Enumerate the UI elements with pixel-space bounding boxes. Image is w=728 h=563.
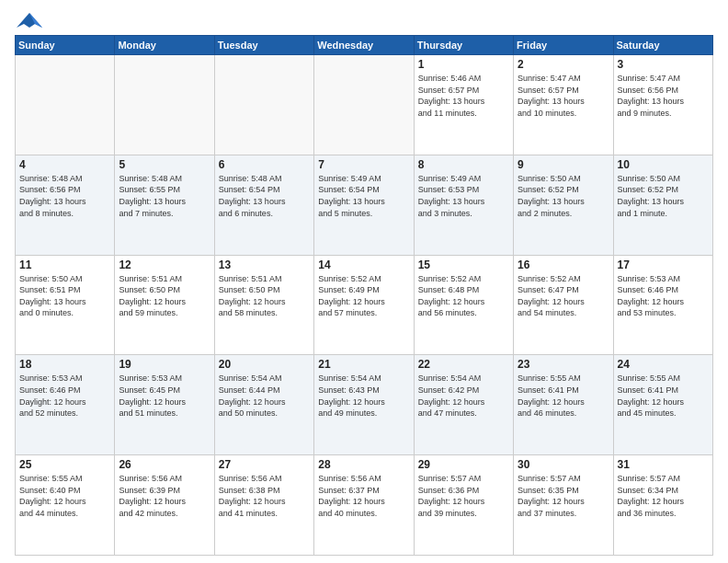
day-info: Sunrise: 5:50 AM Sunset: 6:51 PM Dayligh… [19,273,110,319]
calendar-day-cell: 26Sunrise: 5:56 AM Sunset: 6:39 PM Dayli… [115,455,214,556]
day-info: Sunrise: 5:52 AM Sunset: 6:49 PM Dayligh… [318,273,409,319]
weekday-header: Sunday [16,36,115,55]
calendar-day-cell: 18Sunrise: 5:53 AM Sunset: 6:46 PM Dayli… [16,355,115,455]
weekday-header: Friday [514,36,613,55]
calendar-week-row: 18Sunrise: 5:53 AM Sunset: 6:46 PM Dayli… [16,355,713,455]
day-number: 19 [119,358,210,371]
day-info: Sunrise: 5:48 AM Sunset: 6:56 PM Dayligh… [19,173,110,219]
day-number: 15 [418,259,509,271]
calendar-day-cell: 9Sunrise: 5:50 AM Sunset: 6:52 PM Daylig… [514,155,613,255]
day-info: Sunrise: 5:55 AM Sunset: 6:40 PM Dayligh… [19,473,110,519]
calendar-day-cell: 28Sunrise: 5:56 AM Sunset: 6:37 PM Dayli… [314,455,414,556]
day-number: 23 [518,358,609,371]
calendar-day-cell: 21Sunrise: 5:54 AM Sunset: 6:43 PM Dayli… [314,355,414,455]
day-number: 11 [19,259,110,271]
weekday-header-row: SundayMondayTuesdayWednesdayThursdayFrid… [16,36,713,55]
calendar-day-cell: 14Sunrise: 5:52 AM Sunset: 6:49 PM Dayli… [314,255,414,355]
calendar-day-cell: 24Sunrise: 5:55 AM Sunset: 6:41 PM Dayli… [613,355,712,455]
day-number: 4 [19,158,110,171]
calendar-day-cell: 11Sunrise: 5:50 AM Sunset: 6:51 PM Dayli… [16,255,115,355]
day-info: Sunrise: 5:54 AM Sunset: 6:43 PM Dayligh… [318,373,409,419]
day-number: 22 [418,358,509,371]
day-number: 30 [518,458,609,471]
day-info: Sunrise: 5:51 AM Sunset: 6:50 PM Dayligh… [119,273,210,319]
calendar-week-row: 11Sunrise: 5:50 AM Sunset: 6:51 PM Dayli… [16,255,713,355]
day-number: 16 [518,259,609,271]
calendar-day-cell: 12Sunrise: 5:51 AM Sunset: 6:50 PM Dayli… [115,255,214,355]
day-number: 29 [418,458,509,471]
page: SundayMondayTuesdayWednesdayThursdayFrid… [0,0,728,563]
header [15,11,713,29]
day-number: 13 [219,259,310,271]
day-number: 8 [418,158,509,171]
day-number: 24 [618,358,709,371]
day-info: Sunrise: 5:57 AM Sunset: 6:34 PM Dayligh… [618,473,709,519]
day-info: Sunrise: 5:55 AM Sunset: 6:41 PM Dayligh… [518,373,609,419]
day-number: 25 [19,458,110,471]
day-info: Sunrise: 5:47 AM Sunset: 6:56 PM Dayligh… [618,73,709,119]
calendar-day-cell: 10Sunrise: 5:50 AM Sunset: 6:52 PM Dayli… [613,155,712,255]
day-number: 5 [119,158,210,171]
weekday-header: Monday [115,36,214,55]
day-info: Sunrise: 5:51 AM Sunset: 6:50 PM Dayligh… [219,273,310,319]
calendar-day-cell: 5Sunrise: 5:48 AM Sunset: 6:55 PM Daylig… [115,155,214,255]
calendar-day-cell [214,55,313,155]
calendar-week-row: 4Sunrise: 5:48 AM Sunset: 6:56 PM Daylig… [16,155,713,255]
day-info: Sunrise: 5:57 AM Sunset: 6:35 PM Dayligh… [518,473,609,519]
day-number: 31 [618,458,709,471]
calendar-week-row: 25Sunrise: 5:55 AM Sunset: 6:40 PM Dayli… [16,455,713,556]
calendar-day-cell: 8Sunrise: 5:49 AM Sunset: 6:53 PM Daylig… [414,155,513,255]
day-number: 9 [518,158,609,171]
day-number: 12 [119,259,210,271]
day-number: 27 [219,458,310,471]
day-number: 2 [518,58,609,71]
weekday-header: Thursday [414,36,513,55]
day-number: 6 [219,158,310,171]
calendar-day-cell: 16Sunrise: 5:52 AM Sunset: 6:47 PM Dayli… [514,255,613,355]
weekday-header: Saturday [613,36,712,55]
day-info: Sunrise: 5:54 AM Sunset: 6:42 PM Dayligh… [418,373,509,419]
calendar-day-cell: 30Sunrise: 5:57 AM Sunset: 6:35 PM Dayli… [514,455,613,556]
day-info: Sunrise: 5:53 AM Sunset: 6:46 PM Dayligh… [618,273,709,319]
day-info: Sunrise: 5:47 AM Sunset: 6:57 PM Dayligh… [518,73,609,119]
day-info: Sunrise: 5:56 AM Sunset: 6:37 PM Dayligh… [318,473,409,519]
calendar-table: SundayMondayTuesdayWednesdayThursdayFrid… [15,35,713,556]
day-info: Sunrise: 5:52 AM Sunset: 6:48 PM Dayligh… [418,273,509,319]
day-info: Sunrise: 5:56 AM Sunset: 6:39 PM Dayligh… [119,473,210,519]
day-info: Sunrise: 5:49 AM Sunset: 6:53 PM Dayligh… [418,173,509,219]
weekday-header: Tuesday [214,36,313,55]
day-number: 7 [318,158,409,171]
day-info: Sunrise: 5:49 AM Sunset: 6:54 PM Dayligh… [318,173,409,219]
day-info: Sunrise: 5:46 AM Sunset: 6:57 PM Dayligh… [418,73,509,119]
calendar-day-cell [115,55,214,155]
calendar-day-cell [314,55,414,155]
calendar-day-cell: 22Sunrise: 5:54 AM Sunset: 6:42 PM Dayli… [414,355,513,455]
day-info: Sunrise: 5:57 AM Sunset: 6:36 PM Dayligh… [418,473,509,519]
calendar-day-cell: 13Sunrise: 5:51 AM Sunset: 6:50 PM Dayli… [214,255,313,355]
calendar-day-cell: 15Sunrise: 5:52 AM Sunset: 6:48 PM Dayli… [414,255,513,355]
calendar-day-cell: 19Sunrise: 5:53 AM Sunset: 6:45 PM Dayli… [115,355,214,455]
day-number: 14 [318,259,409,271]
calendar-day-cell: 27Sunrise: 5:56 AM Sunset: 6:38 PM Dayli… [214,455,313,556]
day-number: 20 [219,358,310,371]
day-info: Sunrise: 5:48 AM Sunset: 6:55 PM Dayligh… [119,173,210,219]
calendar-day-cell: 4Sunrise: 5:48 AM Sunset: 6:56 PM Daylig… [16,155,115,255]
weekday-header: Wednesday [314,36,414,55]
day-info: Sunrise: 5:50 AM Sunset: 6:52 PM Dayligh… [518,173,609,219]
day-info: Sunrise: 5:55 AM Sunset: 6:41 PM Dayligh… [618,373,709,419]
calendar-day-cell: 17Sunrise: 5:53 AM Sunset: 6:46 PM Dayli… [613,255,712,355]
logo [15,11,42,29]
day-number: 17 [618,259,709,271]
day-info: Sunrise: 5:48 AM Sunset: 6:54 PM Dayligh… [219,173,310,219]
calendar-day-cell: 1Sunrise: 5:46 AM Sunset: 6:57 PM Daylig… [414,55,513,155]
calendar-day-cell: 7Sunrise: 5:49 AM Sunset: 6:54 PM Daylig… [314,155,414,255]
day-number: 21 [318,358,409,371]
calendar-day-cell: 3Sunrise: 5:47 AM Sunset: 6:56 PM Daylig… [613,55,712,155]
day-number: 10 [618,158,709,171]
day-number: 18 [19,358,110,371]
logo-bird-icon [17,11,42,29]
calendar-day-cell: 31Sunrise: 5:57 AM Sunset: 6:34 PM Dayli… [613,455,712,556]
day-info: Sunrise: 5:54 AM Sunset: 6:44 PM Dayligh… [219,373,310,419]
calendar-day-cell: 2Sunrise: 5:47 AM Sunset: 6:57 PM Daylig… [514,55,613,155]
calendar-day-cell: 6Sunrise: 5:48 AM Sunset: 6:54 PM Daylig… [214,155,313,255]
